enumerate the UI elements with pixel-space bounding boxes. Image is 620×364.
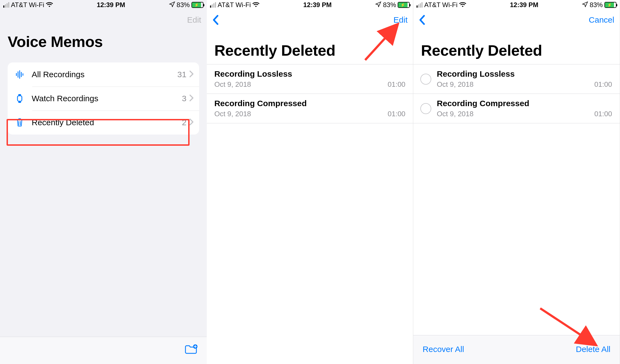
nav-bar: Edit [207, 10, 413, 30]
recording-date: Oct 9, 2018 [437, 110, 473, 118]
delete-all-button[interactable]: Delete All [576, 345, 610, 354]
recover-all-button[interactable]: Recover All [423, 345, 464, 354]
folder-recently-deleted[interactable]: Recently Deleted 2 [8, 111, 199, 135]
signal-bars-icon [3, 2, 9, 8]
recordings-list: Recording Lossless Oct 9, 2018 01:00 Rec… [413, 64, 620, 123]
nav-bar: Edit [0, 10, 207, 30]
wifi-icon [459, 1, 466, 9]
battery-pct: 83% [590, 1, 603, 9]
bottom-toolbar [0, 337, 207, 364]
status-time: 12:39 PM [510, 1, 538, 9]
folder-count: 31 [177, 70, 186, 79]
recording-title: Recording Compressed [214, 99, 406, 108]
chevron-right-icon [189, 118, 194, 127]
folder-label: Watch Recordings [32, 94, 182, 103]
wifi-icon [252, 1, 259, 9]
bottom-toolbar: Recover All Delete All [413, 335, 620, 364]
new-folder-button[interactable] [184, 344, 197, 356]
recordings-list: Recording Lossless Oct 9, 2018 01:00 Rec… [207, 64, 413, 123]
status-bar: AT&T Wi-Fi 12:39 PM 83% ⚡ [207, 0, 413, 10]
pane-recently-deleted-view: AT&T Wi-Fi 12:39 PM 83% ⚡ Edit Recently … [207, 0, 414, 364]
recording-duration: 01:00 [388, 80, 405, 89]
status-bar: AT&T Wi-Fi 12:39 PM 83% ⚡ [0, 0, 207, 10]
page-title: Voice Memos [0, 30, 207, 57]
edit-button[interactable]: Edit [187, 15, 201, 25]
svg-rect-6 [18, 94, 21, 96]
recording-row[interactable]: Recording Compressed Oct 9, 2018 01:00 [207, 94, 413, 123]
pane-voice-memos-folders: AT&T Wi-Fi 12:39 PM 83% ⚡ Edit Voice Mem… [0, 0, 207, 364]
svg-rect-5 [17, 96, 22, 101]
recording-date: Oct 9, 2018 [437, 80, 473, 89]
waveform-icon [14, 70, 25, 79]
folder-label: Recently Deleted [32, 118, 182, 127]
battery-icon: ⚡ [604, 2, 616, 8]
page-title: Recently Deleted [413, 30, 620, 64]
battery-pct: 83% [177, 1, 190, 9]
recording-date: Oct 9, 2018 [214, 80, 251, 89]
folder-count: 3 [182, 94, 187, 103]
recording-date: Oct 9, 2018 [214, 110, 251, 118]
signal-bars-icon [210, 2, 216, 8]
battery-icon: ⚡ [191, 2, 203, 8]
watch-icon [14, 94, 25, 103]
location-icon [169, 1, 175, 9]
recording-title: Recording Lossless [437, 69, 612, 79]
carrier-label: AT&T Wi-Fi [424, 1, 457, 9]
trash-icon [14, 118, 25, 127]
folder-watch-recordings[interactable]: Watch Recordings 3 [8, 86, 199, 111]
recording-duration: 01:00 [388, 110, 405, 118]
select-circle[interactable] [420, 103, 431, 114]
wifi-icon [46, 1, 53, 9]
select-circle[interactable] [420, 74, 431, 85]
folder-all-recordings[interactable]: All Recordings 31 [8, 62, 199, 86]
recording-row[interactable]: Recording Lossless Oct 9, 2018 01:00 [207, 64, 413, 94]
recording-title: Recording Compressed [437, 99, 612, 108]
recording-title: Recording Lossless [214, 69, 406, 79]
back-button[interactable] [212, 15, 219, 25]
nav-bar: Cancel [413, 10, 620, 30]
recording-duration: 01:00 [594, 110, 612, 118]
chevron-right-icon [189, 94, 194, 103]
location-icon [375, 1, 381, 9]
battery-icon: ⚡ [398, 2, 410, 8]
battery-pct: 83% [383, 1, 396, 9]
recording-row[interactable]: Recording Compressed Oct 9, 2018 01:00 [413, 94, 620, 123]
cancel-button[interactable]: Cancel [589, 15, 614, 25]
chevron-right-icon [189, 70, 194, 79]
carrier-label: AT&T Wi-Fi [11, 1, 44, 9]
status-time: 12:39 PM [303, 1, 332, 9]
back-button[interactable] [419, 15, 425, 25]
folder-list: All Recordings 31 Watch Recordings 3 [8, 62, 199, 135]
recording-row[interactable]: Recording Lossless Oct 9, 2018 01:00 [413, 64, 620, 94]
page-title: Recently Deleted [207, 30, 413, 64]
edit-button[interactable]: Edit [394, 15, 408, 25]
location-icon [582, 1, 588, 9]
recording-duration: 01:00 [594, 80, 612, 89]
status-bar: AT&T Wi-Fi 12:39 PM 83% ⚡ [413, 0, 620, 10]
folder-label: All Recordings [32, 70, 177, 79]
status-time: 12:39 PM [97, 1, 125, 9]
signal-bars-icon [417, 2, 423, 8]
svg-rect-7 [18, 102, 21, 103]
folder-count: 2 [182, 118, 187, 127]
carrier-label: AT&T Wi-Fi [218, 1, 251, 9]
pane-recently-deleted-edit: AT&T Wi-Fi 12:39 PM 83% ⚡ Cancel Recentl… [413, 0, 620, 364]
